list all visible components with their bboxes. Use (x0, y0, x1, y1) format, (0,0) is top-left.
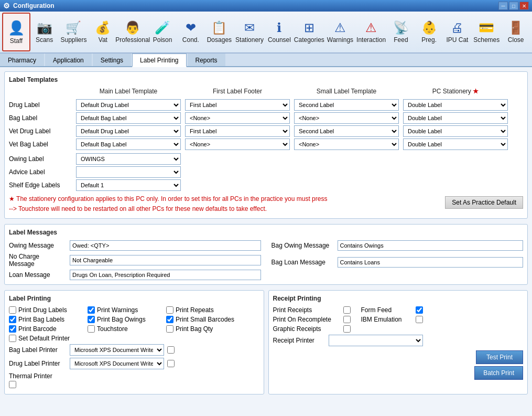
bag-label-pc-select[interactable]: Double Label (403, 112, 508, 124)
print-bag-qty-label: Print Bag Qty (176, 325, 213, 333)
advice-label-select[interactable] (76, 166, 181, 178)
tab-pharmacy[interactable]: Pharmacy (0, 54, 44, 66)
toolbar-cond-label: Cond. (182, 36, 199, 44)
close-button[interactable]: ✕ (519, 2, 529, 10)
test-print-button[interactable]: Test Print (476, 350, 523, 364)
vet-drug-label-first-select[interactable]: First Label (185, 125, 290, 137)
print-repeats-checkbox[interactable] (166, 306, 173, 314)
receipt-printing-title: Receipt Printing (273, 295, 524, 302)
set-default-printer-label: Set Default Printer (18, 335, 70, 342)
print-bag-owings-checkbox[interactable] (88, 316, 95, 323)
tab-label-printing[interactable]: Label Printing (132, 54, 186, 67)
print-small-barcodes-checkbox[interactable] (166, 316, 173, 323)
toolbar-stationery[interactable]: ✉ Stationery (234, 13, 265, 51)
toolbar-cond[interactable]: ❤ Cond. (177, 13, 205, 51)
toolbar-warnings-label: Warnings (327, 36, 353, 44)
form-feed-label: Form Feed (361, 306, 414, 314)
set-default-printer-checkbox[interactable] (9, 335, 16, 342)
toolbar-poison[interactable]: 🧪 Poison (148, 13, 177, 51)
vet-bag-label-main-select[interactable]: Default Bag Label (76, 138, 181, 150)
schemes-icon: 💳 (479, 20, 494, 35)
vat-icon: 💰 (95, 20, 111, 35)
touchstore-checkbox[interactable] (88, 325, 95, 333)
print-small-barcodes-item: Print Small Barcodes (166, 316, 245, 323)
print-on-recomplete-checkbox[interactable] (343, 316, 351, 323)
vet-drug-label-small-select[interactable]: Second Label (294, 125, 399, 137)
toolbar-scans[interactable]: 📷 Scans (30, 13, 59, 51)
col-header-small: Small Label Template (294, 88, 399, 97)
drug-label-printer-default-checkbox[interactable] (167, 360, 175, 367)
drug-label-first-select[interactable]: First Label (185, 99, 290, 111)
advice-label-label: Advice Label (9, 168, 72, 176)
print-bag-qty-checkbox[interactable] (166, 325, 173, 333)
warnings-icon: ⚠ (334, 20, 346, 35)
toolbar-suppliers-label: Suppliers (60, 36, 86, 44)
drug-label-main-select[interactable]: Default Drug Label (76, 99, 181, 111)
bag-loan-message-label: Bag Loan Message (272, 259, 334, 266)
minimize-button[interactable]: ─ (498, 2, 508, 10)
batch-print-button[interactable]: Batch Print (474, 366, 523, 380)
receipt-printer-select[interactable] (329, 335, 423, 346)
vet-drug-label-pc-select[interactable]: Double Label (403, 125, 508, 137)
drug-label-pc-select[interactable]: Double Label (403, 99, 508, 111)
vet-drug-label-main-select[interactable]: Default Drug Label (76, 125, 181, 137)
print-warnings-checkbox[interactable] (88, 306, 95, 314)
bag-label-main-select[interactable]: Default Bag Label (76, 112, 181, 124)
print-bag-labels-checkbox[interactable] (9, 316, 16, 323)
vet-bag-label-small-select[interactable]: <None> (294, 138, 399, 150)
vet-bag-label-pc-select[interactable]: Double Label (403, 138, 508, 150)
dosages-icon: 📋 (211, 20, 227, 35)
toolbar-suppliers[interactable]: 🛒 Suppliers (58, 13, 89, 51)
bag-loan-message-input[interactable] (338, 257, 524, 268)
toolbar-staff[interactable]: 👤 Staff (2, 13, 30, 51)
loan-input[interactable] (70, 270, 261, 280)
print-drug-labels-checkbox[interactable] (9, 306, 16, 314)
bag-owing-message-label: Bag Owing Message (272, 242, 334, 249)
maximize-button[interactable]: □ (509, 2, 518, 10)
toolbar-interaction-label: Interaction (356, 36, 386, 44)
toolbar-preg[interactable]: 👶 Preg. (415, 13, 443, 51)
owing-label-select[interactable]: OWINGS (76, 153, 181, 165)
toolbar-ipu-cat[interactable]: 🖨 IPU Cat (443, 13, 472, 51)
window-title: Configuration (13, 2, 55, 9)
drug-label-printer-select[interactable]: Microsoft XPS Document Writer (70, 358, 164, 369)
form-feed-checkbox[interactable] (416, 306, 423, 314)
no-charge-input[interactable] (70, 255, 261, 265)
print-receipts-checkbox[interactable] (343, 306, 351, 314)
vet-bag-label-first-select[interactable]: <None> (185, 138, 290, 150)
bag-label-printer-select[interactable]: Microsoft XPS Document Writer (70, 344, 164, 356)
owing-message-input[interactable] (70, 240, 261, 251)
tab-reports[interactable]: Reports (188, 54, 225, 66)
toolbar-interaction[interactable]: ⚠ Interaction (355, 13, 387, 51)
toolbar-warnings[interactable]: ⚠ Warnings (325, 13, 355, 51)
toolbar-stationery-label: Stationery (235, 36, 264, 44)
toolbar-vat[interactable]: 💰 Vat (89, 13, 117, 51)
bag-label-small-select[interactable]: <None> (294, 112, 399, 124)
toolbar-schemes[interactable]: 💳 Schemes (471, 13, 502, 51)
toolbar-dosages[interactable]: 📋 Dosages (205, 13, 234, 51)
bag-label-printer-default-checkbox[interactable] (167, 346, 175, 354)
toolbar-professional[interactable]: 👨 Professional (117, 13, 148, 51)
bag-owing-message-input[interactable] (338, 240, 524, 251)
print-bag-owings-label: Print Bag Owings (97, 316, 146, 323)
print-barcode-checkbox[interactable] (9, 325, 16, 333)
toolbar-vat-label: Vat (99, 36, 107, 44)
toolbar-categories[interactable]: ⊞ Categories (294, 13, 325, 51)
tab-settings[interactable]: Settings (93, 54, 131, 66)
tab-application[interactable]: Application (45, 54, 92, 66)
thermal-printer-checkbox[interactable] (9, 381, 16, 388)
set-as-practice-default-button[interactable]: Set As Practice Default (445, 196, 523, 209)
drug-label-small-select[interactable]: Second Label (294, 99, 399, 111)
graphic-receipts-checkbox[interactable] (343, 325, 351, 333)
vet-bag-label-label: Vet Bag Label (9, 141, 72, 148)
ibm-emulation-checkbox[interactable] (416, 316, 423, 323)
toolbar-close[interactable]: 🚪 Close (502, 13, 530, 51)
touchstore-item: Touchstore (88, 325, 166, 333)
toolbar-counsel[interactable]: ℹ Counsel (265, 13, 294, 51)
toolbar-ipu-cat-label: IPU Cat (446, 36, 468, 44)
bag-label-first-select[interactable]: <None> (185, 112, 290, 124)
toolbar-feed[interactable]: 📡 Feed (387, 13, 415, 51)
owing-message-label: Owing Message (9, 242, 67, 249)
print-on-recomplete-label: Print On Recomplete (273, 316, 341, 323)
shelf-edge-select[interactable]: Default 1 (76, 179, 181, 191)
